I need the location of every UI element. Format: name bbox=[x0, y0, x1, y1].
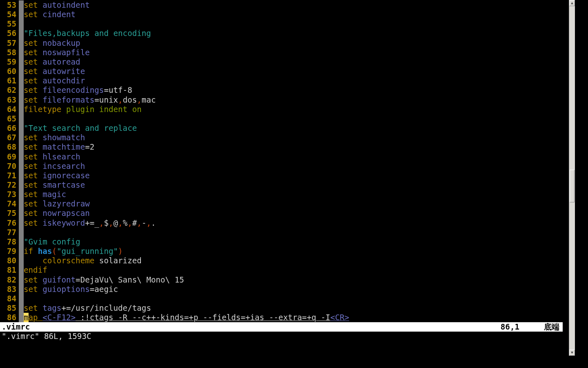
fold-column[interactable] bbox=[19, 285, 24, 294]
code-area[interactable]: 53set autoindent54set cindent5556"Files,… bbox=[0, 0, 563, 322]
code-line[interactable]: 86map <C-F12> :!ctags -R --c++-kinds=+p … bbox=[0, 313, 563, 322]
fold-column[interactable] bbox=[19, 85, 24, 95]
code-content[interactable]: set guifont=DejaVu\ Sans\ Mono\ 15 bbox=[24, 275, 184, 285]
code-line[interactable]: 55 bbox=[0, 19, 563, 29]
code-line[interactable]: 81endif bbox=[0, 265, 563, 275]
code-line[interactable]: 80 colorscheme solarized bbox=[0, 256, 563, 265]
fold-column[interactable] bbox=[19, 256, 24, 265]
code-content[interactable]: set matchtime=2 bbox=[24, 142, 94, 152]
fold-column[interactable] bbox=[19, 57, 24, 67]
fold-column[interactable] bbox=[19, 265, 24, 275]
fold-column[interactable] bbox=[19, 171, 24, 180]
code-line[interactable]: 60set autowrite bbox=[0, 67, 563, 76]
code-line[interactable]: 56"Files,backups and encoding bbox=[0, 29, 563, 38]
code-line[interactable]: 66"Text search and replace bbox=[0, 123, 563, 133]
code-content[interactable]: if has("gui_running") bbox=[24, 247, 123, 256]
fold-column[interactable] bbox=[19, 180, 24, 190]
code-line[interactable]: 53set autoindent bbox=[0, 0, 563, 10]
fold-column[interactable] bbox=[19, 275, 24, 285]
code-line[interactable]: 62set fileencodings=utf-8 bbox=[0, 85, 563, 95]
code-content[interactable]: set lazyredraw bbox=[24, 199, 90, 209]
code-line[interactable]: 69set hlsearch bbox=[0, 152, 563, 162]
fold-column[interactable] bbox=[19, 123, 24, 133]
code-line[interactable]: 76set iskeyword+=_,$,@,%,#,-,. bbox=[0, 218, 563, 228]
fold-column[interactable] bbox=[19, 38, 24, 48]
fold-column[interactable] bbox=[19, 152, 24, 162]
code-line[interactable]: 71set ignorecase bbox=[0, 171, 563, 180]
code-content[interactable]: set autoindent bbox=[24, 0, 90, 10]
fold-column[interactable] bbox=[19, 114, 24, 123]
code-content[interactable]: set incsearch bbox=[24, 162, 85, 171]
code-content[interactable]: filetype plugin indent on bbox=[24, 105, 142, 114]
fold-column[interactable] bbox=[19, 19, 24, 29]
code-line[interactable]: 68set matchtime=2 bbox=[0, 142, 563, 152]
code-content[interactable]: colorscheme solarized bbox=[24, 256, 142, 265]
code-content[interactable]: set showmatch bbox=[24, 133, 85, 142]
code-content[interactable]: set autoread bbox=[24, 57, 80, 67]
editor[interactable]: 53set autoindent54set cindent5556"Files,… bbox=[0, 0, 563, 341]
code-content[interactable]: "Gvim config bbox=[24, 237, 80, 247]
fold-column[interactable] bbox=[19, 142, 24, 152]
code-content[interactable]: endif bbox=[24, 265, 47, 275]
code-line[interactable]: 65 bbox=[0, 114, 563, 123]
fold-column[interactable] bbox=[19, 0, 24, 10]
code-line[interactable]: 67set showmatch bbox=[0, 133, 563, 142]
scroll-thumb[interactable] bbox=[570, 170, 575, 202]
code-line[interactable]: 70set incsearch bbox=[0, 162, 563, 171]
scroll-down-button[interactable]: ▼ bbox=[569, 350, 575, 356]
code-content[interactable]: set nowrapscan bbox=[24, 209, 90, 218]
fold-column[interactable] bbox=[19, 133, 24, 142]
code-content[interactable]: set autowrite bbox=[24, 67, 85, 76]
code-line[interactable]: 61set autochdir bbox=[0, 76, 563, 85]
code-line[interactable]: 74set lazyredraw bbox=[0, 199, 563, 209]
fold-column[interactable] bbox=[19, 105, 24, 114]
code-line[interactable]: 57set nobackup bbox=[0, 38, 563, 48]
code-content[interactable]: set noswapfile bbox=[24, 48, 90, 57]
code-content[interactable]: set tags+=/usr/include/tags bbox=[24, 303, 151, 313]
fold-column[interactable] bbox=[19, 29, 24, 38]
code-line[interactable]: 63set fileformats=unix,dos,mac bbox=[0, 95, 563, 105]
fold-column[interactable] bbox=[19, 95, 24, 105]
fold-column[interactable] bbox=[19, 313, 24, 322]
code-content[interactable]: map <C-F12> :!ctags -R --c++-kinds=+p --… bbox=[24, 313, 349, 322]
code-content[interactable]: set fileencodings=utf-8 bbox=[24, 85, 132, 95]
code-content[interactable]: set ignorecase bbox=[24, 171, 90, 180]
fold-column[interactable] bbox=[19, 303, 24, 313]
code-line[interactable]: 54set cindent bbox=[0, 10, 563, 19]
fold-column[interactable] bbox=[19, 218, 24, 228]
fold-column[interactable] bbox=[19, 162, 24, 171]
code-line[interactable]: 83set guioptions=aegic bbox=[0, 285, 563, 294]
scroll-up-button[interactable]: ▲ bbox=[569, 0, 575, 6]
fold-column[interactable] bbox=[19, 199, 24, 209]
fold-column[interactable] bbox=[19, 67, 24, 76]
fold-column[interactable] bbox=[19, 209, 24, 218]
code-line[interactable]: 73set magic bbox=[0, 190, 563, 199]
code-content[interactable]: set cindent bbox=[24, 10, 76, 19]
scroll-track[interactable] bbox=[569, 6, 575, 350]
code-content[interactable]: set nobackup bbox=[24, 38, 80, 48]
code-line[interactable]: 85set tags+=/usr/include/tags bbox=[0, 303, 563, 313]
code-content[interactable]: "Files,backups and encoding bbox=[24, 29, 151, 38]
fold-column[interactable] bbox=[19, 48, 24, 57]
code-content[interactable]: set guioptions=aegic bbox=[24, 285, 118, 294]
fold-column[interactable] bbox=[19, 10, 24, 19]
fold-column[interactable] bbox=[19, 76, 24, 85]
code-line[interactable]: 79if has("gui_running") bbox=[0, 247, 563, 256]
fold-column[interactable] bbox=[19, 190, 24, 199]
code-line[interactable]: 64filetype plugin indent on bbox=[0, 105, 563, 114]
fold-column[interactable] bbox=[19, 237, 24, 247]
code-content[interactable]: "Text search and replace bbox=[24, 123, 137, 133]
code-line[interactable]: 72set smartcase bbox=[0, 180, 563, 190]
code-line[interactable]: 59set autoread bbox=[0, 57, 563, 67]
code-line[interactable]: 77 bbox=[0, 228, 563, 237]
code-line[interactable]: 84 bbox=[0, 294, 563, 303]
code-content[interactable]: set hlsearch bbox=[24, 152, 80, 162]
fold-column[interactable] bbox=[19, 228, 24, 237]
code-content[interactable]: set autochdir bbox=[24, 76, 85, 85]
code-content[interactable]: set iskeyword+=_,$,@,%,#,-,. bbox=[24, 218, 156, 228]
code-content[interactable]: set fileformats=unix,dos,mac bbox=[24, 95, 156, 105]
code-line[interactable]: 78"Gvim config bbox=[0, 237, 563, 247]
code-content[interactable]: set smartcase bbox=[24, 180, 85, 190]
code-content[interactable]: set magic bbox=[24, 190, 66, 199]
code-line[interactable]: 82set guifont=DejaVu\ Sans\ Mono\ 15 bbox=[0, 275, 563, 285]
